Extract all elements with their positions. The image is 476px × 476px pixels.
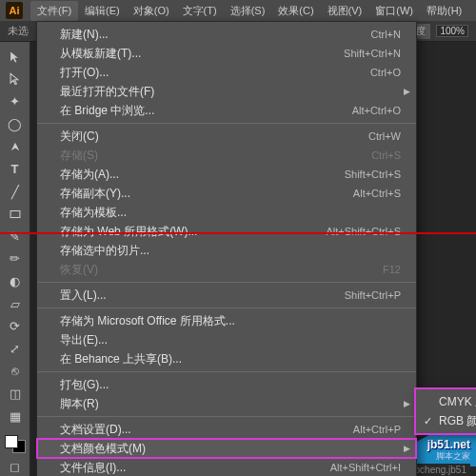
pen-tool[interactable] (5, 137, 26, 156)
width-tool[interactable]: ⎋ (5, 362, 26, 381)
file-menu-item[interactable]: 文档设置(D)...Alt+Ctrl+P (37, 420, 416, 439)
direct-selection-tool[interactable] (5, 70, 26, 89)
magic-wand-tool[interactable]: ✦ (5, 92, 26, 111)
menu-item-shortcut: Ctrl+N (371, 29, 401, 40)
menu-item-label: 脚本(R) (60, 396, 401, 412)
menu-separator (37, 307, 416, 308)
menu-item-label: 文件信息(I)... (60, 460, 330, 476)
menu-item-label: 文档颜色模式(M) (60, 441, 401, 457)
menu-item-shortcut: Ctrl+O (370, 67, 401, 78)
menu-item-label: 置入(L)... (60, 288, 345, 304)
menu-separator (37, 282, 416, 283)
color-swatch[interactable] (5, 435, 26, 454)
menu-item[interactable]: 视图(V) (321, 1, 369, 21)
draw-mode-normal[interactable]: ◻ (5, 457, 26, 476)
menu-item-shortcut: Ctrl+S (371, 149, 401, 161)
selection-tool[interactable] (5, 48, 26, 67)
submenu-item-label: CMYK 颜色(C) (439, 394, 476, 410)
file-menu-item: 恢复(V)F12 (37, 260, 416, 279)
menu-item-shortcut: Shift+Ctrl+N (344, 48, 401, 59)
file-menu-item[interactable]: 导出(E)... (37, 330, 416, 349)
menu-item-label: 存储为 Microsoft Office 所用格式... (60, 313, 401, 329)
color-mode-submenu: CMYK 颜色(C)✓RGB 颜色(R) (415, 388, 476, 434)
file-menu-item[interactable]: 最近打开的文件(F)▶ (37, 82, 416, 101)
scale-tool[interactable]: ⤢ (5, 340, 26, 359)
fill-color[interactable] (5, 435, 18, 448)
menu-item-label: 存储为 Web 所用格式(W)... (60, 224, 326, 240)
file-menu-item[interactable]: 置入(L)...Shift+Ctrl+P (37, 286, 416, 305)
file-menu-item[interactable]: 打开(O)...Ctrl+O (37, 63, 416, 82)
submenu-arrow-icon: ▶ (404, 87, 410, 96)
file-menu-item[interactable]: 脚本(R)▶ (37, 394, 416, 413)
color-mode-option[interactable]: CMYK 颜色(C) (416, 392, 476, 411)
file-menu-item[interactable]: 存储为模板... (37, 203, 416, 222)
submenu-arrow-icon: ▶ (404, 399, 410, 408)
line-tool[interactable]: ╱ (5, 182, 26, 201)
menu-item-label: 打包(G)... (60, 377, 401, 393)
gradient-tool[interactable]: ▦ (5, 407, 26, 426)
shape-builder-tool[interactable]: ◫ (5, 385, 26, 404)
menu-item-shortcut: Shift+Ctrl+S (345, 169, 401, 180)
menu-separator (37, 123, 416, 124)
menu-item-label: 导出(E)... (60, 332, 401, 348)
menu-item-label: 打开(O)... (60, 65, 370, 81)
file-menu-item[interactable]: 打包(G)... (37, 375, 416, 394)
menu-item[interactable]: 文字(T) (176, 1, 224, 21)
menu-item-shortcut: Ctrl+W (368, 130, 401, 142)
file-menu-item[interactable]: 存储选中的切片... (37, 241, 416, 260)
file-menu-item[interactable]: 从模板新建(T)...Shift+Ctrl+N (37, 44, 416, 63)
file-menu-item[interactable]: 存储副本(Y)...Alt+Ctrl+S (37, 184, 416, 203)
menu-item-label: 从模板新建(T)... (60, 46, 344, 62)
menubar: Ai 文件(F)编辑(E)对象(O)文字(T)选择(S)效果(C)视图(V)窗口… (0, 0, 476, 21)
menu-item-label: 恢复(V) (60, 262, 383, 278)
type-tool[interactable]: T (5, 160, 26, 179)
menu-item-shortcut: Alt+Ctrl+P (353, 424, 401, 435)
lasso-tool[interactable]: ◯ (5, 115, 26, 134)
opacity-value[interactable]: 100% (436, 25, 468, 37)
menu-item[interactable]: 帮助(H) (420, 1, 468, 21)
paintbrush-tool[interactable]: ✎ (5, 228, 26, 247)
file-menu-item[interactable]: 存储为 Web 所用格式(W)...Alt+Shift+Ctrl+S (37, 222, 416, 241)
annotation-line (0, 232, 476, 234)
menu-separator (37, 416, 416, 417)
check-icon: ✓ (424, 415, 432, 427)
menu-item-label: 新建(N)... (60, 27, 371, 43)
eraser-tool[interactable]: ▱ (5, 294, 26, 313)
rectangle-tool[interactable] (5, 205, 26, 224)
menu-item[interactable]: 编辑(E) (78, 1, 127, 21)
file-menu-item[interactable]: 在 Behance 上共享(B)... (37, 349, 416, 368)
menu-item-label: 存储副本(Y)... (60, 186, 353, 202)
watermark-tag: 脚本之家 (436, 450, 470, 463)
file-menu-item[interactable]: 存储为(A)...Shift+Ctrl+S (37, 165, 416, 184)
file-menu-item[interactable]: 在 Bridge 中浏览...Alt+Ctrl+O (37, 101, 416, 120)
file-menu-item[interactable]: 文档颜色模式(M)▶ (37, 439, 416, 458)
file-menu-item: 存储(S)Ctrl+S (37, 146, 416, 165)
menu-item-label: 存储为(A)... (60, 167, 345, 183)
menu-item-label: 在 Behance 上共享(B)... (60, 351, 401, 367)
menu-item-label: 在 Bridge 中浏览... (60, 103, 352, 119)
menu-item-shortcut: Shift+Ctrl+P (345, 289, 401, 301)
menu-item[interactable]: 窗口(W) (368, 1, 420, 21)
menu-item-label: 存储(S) (60, 148, 371, 164)
menu-item[interactable]: 文件(F) (30, 1, 78, 21)
file-menu-item[interactable]: 关闭(C)Ctrl+W (37, 127, 416, 146)
menu-item-label: 文档设置(D)... (60, 422, 353, 438)
menu-item[interactable]: 对象(O) (127, 1, 176, 21)
menu-item-label: 存储选中的切片... (60, 243, 401, 259)
blob-brush-tool[interactable]: ◐ (5, 272, 26, 291)
app-icon: Ai (6, 2, 23, 19)
menu-separator (37, 371, 416, 372)
menu-item[interactable]: 选择(S) (224, 1, 272, 21)
menu-item-shortcut: Alt+Ctrl+O (352, 105, 401, 116)
submenu-item-label: RGB 颜色(R) (439, 413, 476, 429)
menu-item-shortcut: Alt+Ctrl+S (353, 188, 401, 199)
rotate-tool[interactable]: ⟳ (5, 317, 26, 336)
color-mode-option[interactable]: ✓RGB 颜色(R) (416, 411, 476, 430)
file-menu-item[interactable]: 存储为 Microsoft Office 所用格式... (37, 311, 416, 330)
pencil-tool[interactable]: ✏ (5, 249, 26, 268)
file-menu: 新建(N)...Ctrl+N从模板新建(T)...Shift+Ctrl+N打开(… (36, 21, 417, 476)
svg-rect-0 (10, 210, 20, 217)
file-menu-item[interactable]: 文件信息(I)...Alt+Shift+Ctrl+I (37, 458, 416, 476)
menu-item[interactable]: 效果(C) (271, 1, 320, 21)
file-menu-item[interactable]: 新建(N)...Ctrl+N (37, 25, 416, 44)
